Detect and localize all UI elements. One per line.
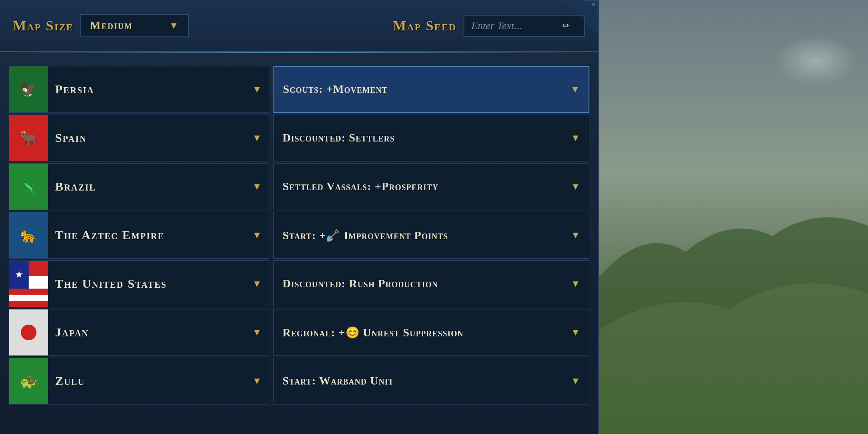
player-row-zulu: 🐢 Zulu ▼ Start: Warband Unit ▼ [0,358,598,404]
horizontal-divider [9,52,589,53]
civ-dropdown-us[interactable]: ★ The United States ▼ [9,260,269,307]
ability-chevron-icon-japan: ▼ [571,327,580,338]
main-panel: Map Size Medium ▼ Map Seed ✏ 🦅 Persia [0,0,599,434]
ability-chevron-icon-aztec: ▼ [571,230,580,241]
terrain-svg [599,174,868,434]
ability-dropdown-spain[interactable]: Discounted: Settlers ▼ [273,115,589,161]
player-row-persia: 🦅 Persia ▼ Scouts: +Movement ▼ Scout Uni… [0,66,598,113]
map-seed-section: Map Seed ✏ [393,15,585,37]
clouds [773,35,859,87]
ability-text-zulu: Start: Warband Unit [283,375,566,388]
ability-chevron-icon-spain: ▼ [571,132,580,144]
civ-chevron-icon-japan: ▼ [252,327,269,338]
civ-chevron-icon-aztec: ▼ [252,230,269,241]
ability-dropdown-aztec[interactable]: Start: +🪏 Improvement Points ▼ [273,212,589,259]
civ-dropdown-brazil[interactable]: 🦎 Brazil ▼ [9,163,269,210]
ability-text-persia: Scouts: +Movement [283,83,566,96]
map-seed-label: Map Seed [393,18,457,34]
civ-name-zulu: Zulu [48,374,252,388]
ability-dropdown-zulu[interactable]: Start: Warband Unit ▼ [273,358,589,404]
ability-chevron-icon-us: ▼ [571,278,580,289]
civ-dropdown-zulu[interactable]: 🐢 Zulu ▼ [9,358,269,404]
civ-chevron-icon-spain: ▼ [252,132,269,144]
seed-input[interactable] [471,20,558,32]
player-row-brazil: 🦎 Brazil ▼ Settled Vassals: +Prosperity … [0,163,598,210]
ability-dropdown-persia[interactable]: Scouts: +Movement ▼ Scout Units can move… [273,66,589,113]
player-row-spain: 🐂 Spain ▼ Discounted: Settlers ▼ [0,115,598,161]
ability-chevron-icon-zulu: ▼ [571,375,580,387]
right-panel [599,0,868,434]
player-row-us: ★ The United States ▼ Discounted: Rush P… [0,260,598,307]
map-size-chevron-icon: ▼ [169,20,179,31]
ability-dropdown-japan[interactable]: Regional: +😊 Unrest Suppression ▼ [273,309,589,356]
civ-chevron-icon-zulu: ▼ [252,375,269,387]
civ-dropdown-japan[interactable]: Japan ▼ [9,309,269,356]
civ-chevron-icon-brazil: ▼ [252,181,269,192]
top-bar: Map Size Medium ▼ Map Seed ✏ [0,0,598,52]
civ-dropdown-spain[interactable]: 🐂 Spain ▼ [9,115,269,161]
player-row-japan: Japan ▼ Regional: +😊 Unrest Suppression … [0,309,598,356]
ability-text-aztec: Start: +🪏 Improvement Points [283,229,566,242]
map-size-value: Medium [90,19,133,32]
map-size-section: Map Size Medium ▼ [13,14,189,37]
ability-dropdown-brazil[interactable]: Settled Vassals: +Prosperity ▼ [273,163,589,210]
flag-brazil: 🦎 [9,164,48,210]
civ-name-aztec: The Aztec Empire [48,228,252,242]
map-size-dropdown[interactable]: Medium ▼ [80,14,189,37]
civ-name-japan: Japan [48,326,252,339]
civ-name-persia: Persia [48,82,252,96]
civ-name-spain: Spain [48,131,252,145]
civ-dropdown-aztec[interactable]: 🐆 The Aztec Empire ▼ [9,212,269,259]
civ-chevron-icon-us: ▼ [252,278,269,289]
ability-text-japan: Regional: +😊 Unrest Suppression [283,326,566,339]
flag-persia: 🦅 [9,66,48,112]
corner-decoration [563,0,598,35]
civ-dropdown-persia[interactable]: 🦅 Persia ▼ [9,66,269,113]
ability-dropdown-us[interactable]: Discounted: Rush Production ▼ [273,260,589,307]
ability-text-brazil: Settled Vassals: +Prosperity [283,180,566,193]
flag-spain: 🐂 [9,115,48,161]
civ-chevron-icon-persia: ▼ [252,84,269,95]
players-list: 🦅 Persia ▼ Scouts: +Movement ▼ Scout Uni… [0,57,598,434]
ability-text-us: Discounted: Rush Production [283,277,566,290]
ability-chevron-icon-brazil: ▼ [571,181,580,192]
civ-name-brazil: Brazil [48,180,252,194]
flag-zulu: 🐢 [9,358,48,404]
civ-name-us: The United States [48,277,252,291]
ability-chevron-icon-persia: ▼ [570,84,580,95]
ability-text-spain: Discounted: Settlers [283,132,566,145]
map-size-label: Map Size [13,18,73,34]
player-row-aztec: 🐆 The Aztec Empire ▼ Start: +🪏 Improveme… [0,212,598,259]
svg-point-0 [592,3,595,6]
flag-aztec: 🐆 [9,212,48,258]
